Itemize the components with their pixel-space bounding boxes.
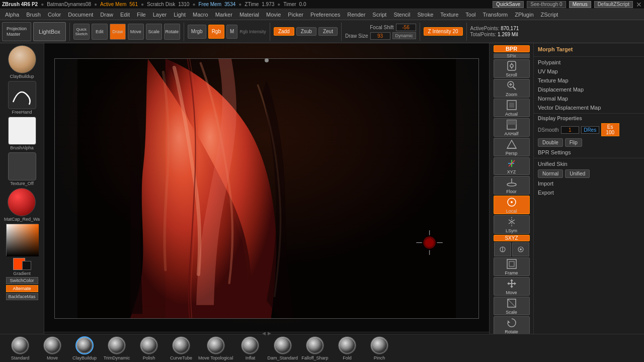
brush-item-move[interactable]: Move xyxy=(37,336,67,360)
brush-item-dam_standard[interactable]: Dam_Standard xyxy=(267,336,298,360)
es-value[interactable]: Es 100 xyxy=(601,123,619,136)
xyz-button[interactable]: XYZ xyxy=(494,157,530,175)
brush-item-trimdynamic[interactable]: TrimDynamic xyxy=(102,336,132,360)
mrgb-button[interactable]: Mrgb xyxy=(188,25,206,39)
menu-item-transform[interactable]: Transform xyxy=(480,11,511,19)
menu-item-zplugin[interactable]: ZPlugin xyxy=(512,11,536,19)
uv-map-item[interactable]: UV Map xyxy=(534,67,644,76)
menu-item-light[interactable]: Light xyxy=(171,11,189,19)
vector-displacement-map-item[interactable]: Vector Displacement Map xyxy=(534,103,644,112)
draw-size-value[interactable]: 93 xyxy=(370,32,390,40)
move-tool-button[interactable]: Move xyxy=(494,277,530,296)
menu-item-tool[interactable]: Tool xyxy=(462,11,478,19)
morph-target-item[interactable]: Morph Target xyxy=(534,43,644,55)
brush-item-move-topological[interactable]: Move Topological xyxy=(198,336,233,360)
brush-item-claybuildup[interactable]: ClayBuildup xyxy=(69,336,100,360)
displacement-map-item[interactable]: Displacement Map xyxy=(534,85,644,94)
quick-sketch-icon[interactable]: Quick Sketch xyxy=(73,24,90,40)
brush-item-fold[interactable]: Fold xyxy=(332,336,362,360)
menu-item-render[interactable]: Render xyxy=(344,11,368,19)
zeut-button[interactable]: Zeut xyxy=(318,27,338,36)
lightbox-button[interactable]: LightBox xyxy=(33,22,66,41)
normal-map-item[interactable]: Normal Map xyxy=(534,94,644,103)
menu-item-file[interactable]: File xyxy=(134,11,149,19)
m-button[interactable]: M xyxy=(226,25,237,39)
bpr-settings-item[interactable]: BPR Settings xyxy=(534,148,644,157)
dynamic-button[interactable]: Dynamic xyxy=(392,32,416,39)
menu-item-document[interactable]: Document xyxy=(65,11,96,19)
freehand-tool[interactable]: FreeHand xyxy=(8,81,36,115)
menu-item-marker[interactable]: Marker xyxy=(212,11,235,19)
import-item[interactable]: Import xyxy=(534,179,644,188)
next-arrow-icon[interactable]: ▶ xyxy=(268,331,271,336)
sxyz-button[interactable]: SXYZ xyxy=(494,235,530,241)
bpr-button[interactable]: BPR xyxy=(494,45,530,52)
brush-item-curvetube[interactable]: CurveTube xyxy=(166,336,196,360)
focal-shift-value[interactable]: -56 xyxy=(396,24,416,31)
menu-item-texture[interactable]: Texture xyxy=(437,11,461,19)
menu-item-layer[interactable]: Layer xyxy=(150,11,170,19)
dsmooth-value[interactable]: 1 xyxy=(561,126,579,134)
flip-button[interactable]: Flip xyxy=(565,138,582,147)
menu-item-material[interactable]: Material xyxy=(236,11,262,19)
brush-item-falloff_sharp[interactable]: Falloff_Sharp xyxy=(300,336,330,360)
brush-item-polish[interactable]: Polish xyxy=(134,336,164,360)
menu-item-stencil[interactable]: Stencil xyxy=(390,11,413,19)
brush-item-pinch[interactable]: Pinch xyxy=(364,336,394,360)
actual-button[interactable]: Actual xyxy=(494,99,530,117)
menu-item-movie[interactable]: Movie xyxy=(263,11,284,19)
move-button[interactable]: Move xyxy=(128,24,144,40)
close-icon[interactable]: ✕ xyxy=(636,1,642,9)
edit-button[interactable]: Edit xyxy=(92,24,108,40)
menu-item-brush[interactable]: Brush xyxy=(23,11,44,19)
rotate-tool-button[interactable]: Rotate xyxy=(494,316,530,334)
zoom-button[interactable]: Zoom xyxy=(494,79,530,98)
menu-item-macro[interactable]: Macro xyxy=(190,11,211,19)
polypaint-item[interactable]: Polypaint xyxy=(534,58,644,67)
brush-item-standard[interactable]: Standard xyxy=(5,336,35,360)
backface-button[interactable]: BackfaceMas xyxy=(6,293,38,300)
z-intensity-button[interactable]: Z Intensity 20 xyxy=(424,27,463,36)
rotate-button[interactable]: Rotate xyxy=(164,24,180,40)
alternate-button[interactable]: Alternate xyxy=(6,285,38,292)
scroll-button[interactable]: Scroll xyxy=(494,59,530,78)
menu-item-script[interactable]: Script xyxy=(369,11,389,19)
switch-color-button[interactable]: SwitchColor xyxy=(6,277,38,284)
local-button[interactable]: Local xyxy=(494,196,530,214)
lsym-button[interactable]: LSym xyxy=(494,215,530,234)
default-script-button[interactable]: DefaultZScript xyxy=(594,1,633,8)
left-icon-btn[interactable] xyxy=(494,242,511,256)
right-icon-btn[interactable] xyxy=(512,242,529,256)
dres-value[interactable]: DRes xyxy=(581,126,599,134)
unified-skin-item[interactable]: Unified Skin xyxy=(534,159,644,168)
texture-map-item[interactable]: Texture Map xyxy=(534,76,644,85)
projection-master-button[interactable]: ProjectionMaster xyxy=(2,22,31,41)
menu-item-alpha[interactable]: Alpha xyxy=(2,11,22,19)
menus-button[interactable]: Menus xyxy=(569,1,591,8)
brush-item-inflat[interactable]: Inflat xyxy=(235,336,265,360)
menu-item-stroke[interactable]: Stroke xyxy=(414,11,436,19)
quicksave-button[interactable]: QuickSave xyxy=(493,1,524,8)
texture-tool[interactable]: Texture_Off xyxy=(8,152,36,186)
frame-button[interactable]: Frame xyxy=(494,257,530,276)
canvas-area[interactable] xyxy=(44,43,489,334)
menu-item-preferences[interactable]: Preferences xyxy=(307,11,343,19)
double-button[interactable]: Double xyxy=(538,138,563,147)
menu-item-color[interactable]: Color xyxy=(45,11,64,19)
floor-button[interactable]: Floor xyxy=(494,176,530,195)
rgb-button[interactable]: Rgb xyxy=(208,25,224,39)
see-through-button[interactable]: See-through 0 xyxy=(527,1,566,8)
scale-button[interactable]: Scale xyxy=(146,24,162,40)
menu-item-draw[interactable]: Draw xyxy=(97,11,116,19)
export-item[interactable]: Export xyxy=(534,188,644,197)
draw-button[interactable]: Draw xyxy=(110,24,126,40)
scale-tool-button[interactable]: Scale xyxy=(494,297,530,315)
persp-button[interactable]: Persp xyxy=(494,138,530,156)
clay-buildup-tool[interactable]: ClayBuildup xyxy=(8,45,36,79)
background-color-swatch[interactable] xyxy=(22,261,31,270)
menu-item-picker[interactable]: Picker xyxy=(285,11,306,19)
normal-button[interactable]: Normal xyxy=(538,169,563,178)
prev-arrow-icon[interactable]: ◀ xyxy=(262,331,266,336)
matcap-tool[interactable]: MatCap_Red_Wa xyxy=(4,188,40,222)
brush-alpha-tool[interactable]: BrushAlpha xyxy=(8,117,36,150)
